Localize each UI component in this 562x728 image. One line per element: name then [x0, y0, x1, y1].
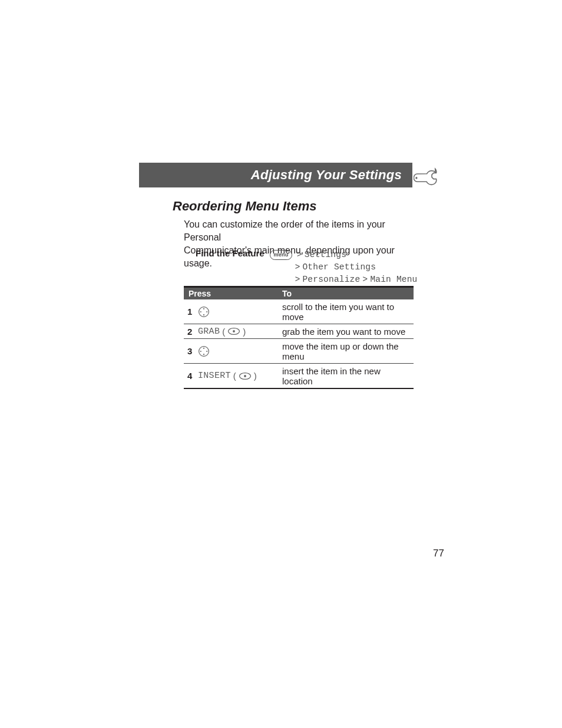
step-number: 2 — [186, 327, 198, 337]
table-header: Press To — [184, 288, 414, 299]
page-number: 77 — [433, 548, 444, 559]
table-row: 3 move the item up or down the menu — [184, 339, 414, 364]
svg-point-2 — [203, 308, 204, 309]
softkey-insert: INSERT — [198, 371, 231, 381]
step-number: 1 — [186, 307, 198, 317]
svg-point-10 — [200, 350, 201, 351]
press-cell: 1 — [184, 299, 281, 324]
menu-key-icon: menu — [270, 250, 292, 260]
to-cell: grab the item you want to move — [281, 324, 414, 338]
svg-point-12 — [203, 354, 204, 355]
table-bottom-rule — [184, 388, 414, 390]
path-main-menu: Main Menu — [370, 275, 417, 284]
to-cell: insert the item in the new location — [281, 364, 414, 388]
path-personalize: Personalize — [302, 275, 360, 284]
softkey-grab: GRAB — [198, 327, 220, 337]
close-paren: ) — [243, 327, 246, 337]
svg-point-9 — [203, 347, 204, 348]
svg-point-5 — [203, 314, 204, 315]
header-title: Adjusting Your Settings — [251, 167, 402, 183]
header-bar: Adjusting Your Settings — [139, 163, 412, 187]
close-paren: ) — [254, 371, 257, 381]
nav-key-icon — [198, 345, 210, 357]
nav-key-icon — [198, 306, 210, 318]
table-head-to: To — [281, 288, 414, 299]
breadcrumb-sep: > — [363, 274, 368, 284]
open-paren: ( — [222, 327, 225, 337]
to-cell: move the item up or down the menu — [281, 339, 414, 363]
select-key-icon — [239, 372, 252, 380]
find-label: Find the Feature — [196, 248, 267, 258]
open-paren: ( — [233, 371, 236, 381]
page: Adjusting Your Settings Reordering Menu … — [0, 0, 562, 728]
path-other-settings: Other Settings — [302, 262, 376, 272]
svg-point-0 — [415, 176, 418, 179]
press-cell: 2 GRAB ( ) — [184, 324, 281, 338]
table-row: 4 INSERT ( ) insert the item in the new … — [184, 364, 414, 388]
svg-point-7 — [233, 330, 235, 332]
step-number: 4 — [186, 371, 198, 381]
table-row: 1 scroll to the item you want to move — [184, 299, 414, 324]
breadcrumb-sep: > — [295, 262, 300, 271]
svg-point-4 — [206, 311, 207, 312]
breadcrumb-sep: > — [297, 249, 302, 259]
intro-line-1: You can customize the order of the items… — [184, 219, 385, 242]
to-cell: scroll to the item you want to move — [281, 299, 414, 324]
table-head-press: Press — [184, 288, 281, 299]
section-heading: Reordering Menu Items — [173, 199, 316, 214]
table-row: 2 GRAB ( ) grab the item you want to mov… — [184, 324, 414, 339]
step-number: 3 — [186, 346, 198, 356]
svg-point-11 — [206, 350, 207, 351]
svg-point-14 — [244, 375, 246, 377]
svg-point-3 — [200, 311, 201, 312]
menu-path: menu > Settings > Other Settings > Perso… — [270, 248, 417, 285]
press-cell: 3 — [184, 339, 281, 363]
wrench-icon — [414, 162, 442, 190]
breadcrumb-sep: > — [295, 274, 300, 284]
find-the-feature: Find the Feature menu > Settings > Other… — [196, 248, 419, 285]
select-key-icon — [227, 327, 240, 335]
steps-table: Press To 1 scroll to the item you want t… — [184, 286, 414, 389]
path-settings: Settings — [305, 250, 346, 259]
press-cell: 4 INSERT ( ) — [184, 364, 281, 388]
